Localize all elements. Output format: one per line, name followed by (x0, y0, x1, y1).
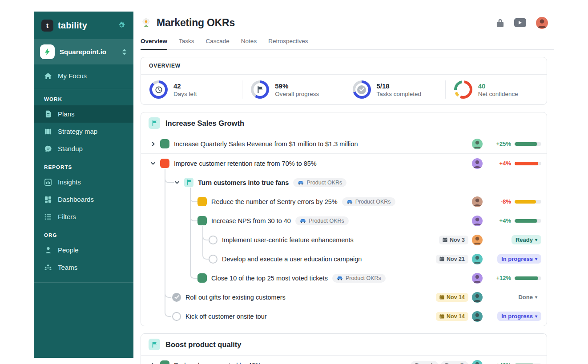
row-progress-slot: In progress▾ (486, 312, 541, 321)
row-right: +12% (431, 273, 547, 284)
okr-row[interactable]: Roll out gifts for existing customersNov… (141, 288, 547, 307)
okr-row[interactable]: Increase Quarterly Sales Revenue from $1… (141, 134, 547, 154)
sidebar-divider (34, 282, 133, 283)
sidebar-item-label: Filters (58, 213, 76, 220)
chevron-down-icon[interactable] (174, 180, 180, 185)
tab-overview[interactable]: Overview (141, 38, 167, 50)
stat-value: 42 (173, 82, 197, 90)
row-meta-slot: Nov 21 (431, 255, 468, 264)
status-label: Done (518, 294, 533, 300)
row-meta-slot: Nov 14 (431, 293, 468, 302)
tab-tasks[interactable]: Tasks (179, 38, 194, 49)
lock-icon[interactable] (496, 18, 504, 28)
overview-card-title: OVERVIEW (141, 57, 547, 75)
tability-logo-icon[interactable]: ŧ (41, 20, 53, 32)
chevron-down-icon[interactable] (150, 161, 156, 166)
status-dropdown[interactable]: In progress▾ (497, 312, 541, 321)
row-meta-slot: Team ATeam B (411, 361, 468, 364)
due-date-badge[interactable]: Nov 21 (436, 255, 468, 264)
team-tag[interactable]: Team B (441, 361, 468, 364)
sidebar-item-dashboards[interactable]: Dashboards (34, 191, 133, 208)
grid-icon (44, 196, 52, 203)
metric-square-icon (160, 360, 169, 364)
progress-bar (515, 162, 541, 165)
video-play-button[interactable] (514, 18, 526, 27)
row-right: Nov 21In progress▾ (431, 254, 547, 264)
row-progress-slot: +12% (486, 275, 541, 281)
home-icon (44, 72, 52, 80)
okr-row[interactable]: Close 10 of the top 25 most voted ticket… (141, 268, 547, 288)
row-progress-slot: -8% (486, 198, 541, 205)
team-tag[interactable]: Team A (411, 361, 438, 364)
progress-bar-fill (515, 219, 537, 223)
plan-tag[interactable]: Product OKRs (332, 274, 386, 283)
tab-notes[interactable]: Notes (241, 38, 257, 49)
sidebar-item-plans[interactable]: Plans (34, 105, 133, 123)
chevron-right-icon[interactable] (150, 363, 156, 364)
chevron-down-icon: ▾ (535, 314, 537, 319)
sidebar-item-my-focus[interactable]: My Focus (34, 67, 133, 84)
okr-row[interactable]: Reduce the number of Sentry errors by 25… (141, 192, 547, 211)
row-title: Close 10 of the top 25 most voted ticket… (211, 275, 328, 282)
stat-tasks-completed: 5/18Tasks completed (344, 80, 446, 99)
settings-gear-icon[interactable] (117, 21, 126, 30)
sidebar-item-filters[interactable]: Filters (34, 208, 133, 225)
section-rows: Increase Quarterly Sales Revenue from $1… (141, 134, 547, 326)
owner-avatar (472, 216, 483, 226)
tab-retrospectives[interactable]: Retrospectives (268, 38, 308, 49)
plan-tag-label: Product OKRs (346, 275, 381, 281)
workspace-switcher[interactable]: Squarepoint.io (34, 39, 133, 64)
due-date-badge[interactable]: Nov 3 (439, 236, 468, 244)
okr-row[interactable]: Develop and execute a user education cam… (141, 249, 547, 268)
row-title: Improve customer retention rate from 70%… (174, 160, 317, 167)
okr-row[interactable]: Kick off customer onsite tourNov 14In pr… (141, 307, 547, 326)
progress-bar (515, 200, 541, 204)
row-right: Nov 3Ready▾ (431, 235, 547, 245)
overview-card: OVERVIEW 42Days left59%Overall progress5… (141, 57, 547, 105)
metric-square-icon (197, 197, 207, 206)
due-date-badge[interactable]: Nov 14 (436, 293, 468, 302)
owner-avatar (472, 235, 483, 245)
due-date-badge[interactable]: Nov 14 (436, 312, 468, 321)
workspace-name: Squarepoint.io (60, 48, 106, 56)
status-dropdown[interactable]: In progress▾ (497, 254, 541, 264)
keyresult-flag-icon (184, 178, 193, 187)
okr-row[interactable]: Reduce bugs reported by 40%Team ATeam B+… (141, 356, 547, 364)
row-right: +4% (431, 158, 547, 169)
task-done-icon[interactable] (172, 293, 181, 302)
tab-cascade[interactable]: Cascade (206, 38, 230, 49)
user-avatar[interactable] (536, 17, 548, 29)
sidebar-item-label: Teams (58, 264, 77, 271)
task-circle-icon[interactable] (209, 236, 217, 244)
status-dropdown[interactable]: Ready▾ (511, 235, 541, 244)
chart-icon (44, 179, 52, 186)
due-date-label: Nov 3 (450, 237, 465, 243)
plan-tag[interactable]: Product OKRs (342, 197, 395, 206)
plan-tag[interactable]: Product OKRs (293, 178, 346, 187)
sidebar-item-strategy-map[interactable]: Strategy map (34, 123, 133, 140)
sidebar-item-insights[interactable]: Insights (34, 173, 133, 191)
stat-text: 59%Overall progress (275, 82, 319, 97)
plan-tag[interactable]: Product OKRs (295, 216, 349, 225)
stat-label: Overall progress (275, 91, 319, 97)
nav-group: My Focus (34, 67, 133, 84)
okr-row[interactable]: Increase NPS from 30 to 40Product OKRs+4… (141, 211, 547, 230)
sidebar-item-people[interactable]: People (34, 241, 133, 259)
chevron-right-icon[interactable] (150, 141, 156, 147)
chevron-down-icon: ▾ (535, 238, 537, 242)
row-right: Team ATeam B+40% (411, 360, 547, 364)
task-circle-icon[interactable] (172, 312, 181, 321)
task-circle-icon[interactable] (209, 255, 217, 264)
sidebar-item-teams[interactable]: Teams (34, 259, 133, 276)
status-dropdown[interactable]: Done▾ (514, 292, 541, 302)
progress-bar-fill (515, 142, 537, 146)
team-tag-label: Team A (415, 362, 434, 364)
okr-row[interactable]: Implement user-centric feature enhanceme… (141, 230, 547, 249)
okr-row[interactable]: Turn customers into true fansProduct OKR… (141, 173, 547, 192)
stat-ring-confidence (454, 80, 472, 99)
brand-name: tability (58, 20, 87, 31)
stat-overall-progress: 59%Overall progress (242, 80, 344, 99)
okr-row[interactable]: Improve customer retention rate from 70%… (141, 154, 547, 173)
sidebar-item-standup[interactable]: Standup (34, 140, 133, 157)
owner-avatar (472, 254, 483, 264)
